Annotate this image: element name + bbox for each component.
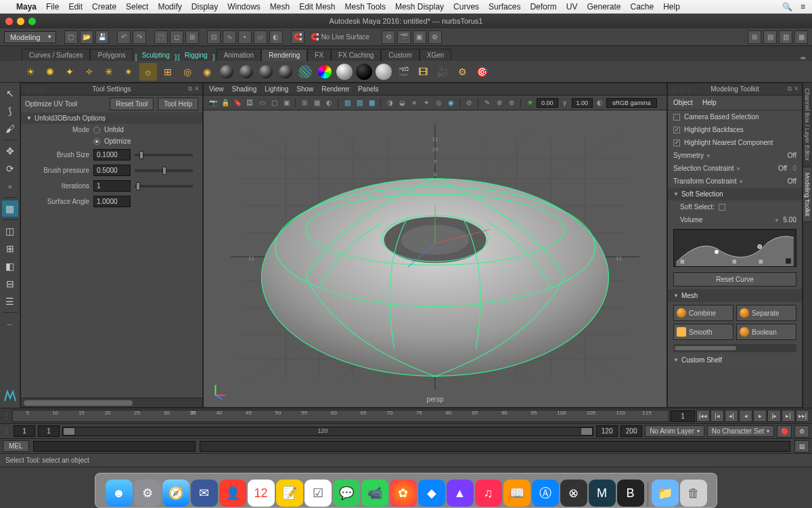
save-scene-icon[interactable]: 💾 [95, 30, 109, 44]
highlight-backfaces-checkbox[interactable]: ✓ [673, 127, 680, 133]
vp-menu-shading[interactable]: Shading [232, 85, 257, 93]
wireframe-icon[interactable]: ▦ [311, 98, 322, 108]
shelf-tab-custom[interactable]: Custom [381, 49, 419, 61]
undock-toolkit-icon[interactable]: ⧉ [788, 85, 792, 93]
go-to-end-button[interactable]: ▸▸| [796, 410, 809, 422]
downloads-icon[interactable]: 📁 [652, 480, 679, 507]
smooth-button[interactable]: Smooth [673, 324, 734, 340]
transform-constraint-row[interactable]: Transform Constraint ▼ Off [668, 175, 802, 188]
toolkit-menu-help[interactable]: Help [702, 99, 717, 106]
gamma-value[interactable]: 1.00 [572, 98, 593, 108]
menu-cache[interactable]: Cache [631, 2, 654, 12]
viewport-canvas[interactable]: 11109 871 234 579 11 11109 876 54 456 78… [204, 110, 667, 407]
script-editor-button[interactable]: ▤ [794, 440, 809, 452]
shelf-tab-rigging[interactable]: Rigging [182, 49, 210, 61]
snap-grid-icon[interactable]: ⊡ [207, 30, 221, 44]
menu-surfaces[interactable]: Surfaces [489, 2, 520, 12]
falloff-curve[interactable]: ⊠ ⊠ ⊠ [673, 229, 796, 267]
highlight-nearest-checkbox[interactable]: ✓ [673, 140, 680, 146]
textured-icon[interactable]: ▨ [354, 98, 365, 108]
vp-menu-show[interactable]: Show [296, 85, 313, 93]
render-grid-icon[interactable]: ⊞ [159, 63, 177, 81]
separate-button[interactable]: Separate [736, 305, 796, 321]
render-diagnostics-icon[interactable]: 🎯 [473, 63, 491, 81]
directional-light-icon[interactable]: ☀ [22, 63, 39, 81]
messages-icon[interactable]: 💬 [333, 480, 360, 507]
isolate-select-icon[interactable]: ⊘ [464, 98, 474, 108]
smooth-shade-icon[interactable]: ▧ [342, 98, 353, 108]
layered-shader-icon[interactable] [375, 63, 392, 81]
render-sequence-icon[interactable]: 🎥 [434, 63, 451, 81]
app2-icon[interactable]: ▲ [447, 480, 474, 507]
batch-render-icon[interactable]: 🎞 [414, 63, 432, 81]
calendar-icon[interactable]: 12 [248, 480, 275, 507]
menu-deform[interactable]: Deform [530, 2, 556, 12]
rotate-tool-icon[interactable]: ⟳ [2, 161, 18, 177]
command-input[interactable] [33, 441, 196, 452]
step-forward-button[interactable]: |▸ [767, 410, 781, 422]
make-live-icon[interactable]: 🧲 [291, 30, 304, 44]
system-prefs-icon[interactable]: ⚙ [134, 480, 161, 507]
lock-camera-icon[interactable]: 🔒 [220, 98, 231, 108]
exposure-value[interactable]: 0.00 [537, 98, 558, 108]
shelf-tab-curves[interactable]: Curves / Surfaces [22, 49, 90, 61]
zoom-window-button[interactable] [28, 18, 36, 25]
grid-toggle-icon[interactable]: ⊞ [299, 98, 310, 108]
scale-tool-icon[interactable]: ▫ [2, 178, 18, 194]
select-by-component-icon[interactable]: ⊞ [185, 30, 199, 44]
camera-based-checkbox[interactable] [673, 114, 680, 121]
single-pane-layout-icon[interactable]: ◫ [2, 223, 18, 239]
range-slider-track[interactable]: 120 [62, 427, 593, 436]
phong-icon[interactable] [257, 63, 275, 81]
move-tool-icon[interactable]: ✥ [2, 143, 18, 159]
bookmark-icon[interactable]: 🔖 [232, 98, 243, 108]
shelf-tab-rendering[interactable]: Rendering [261, 49, 307, 61]
tool-help-button[interactable]: Tool Help [158, 98, 198, 110]
unfold-options-section[interactable]: Unfold3DBrush Options [21, 112, 202, 124]
motion-blur-icon[interactable]: ∗ [409, 98, 420, 108]
paint-select-tool-icon[interactable]: 🖌 [2, 121, 18, 137]
ssao-icon[interactable]: ◒ [397, 98, 407, 108]
area-light-icon[interactable]: ✧ [81, 63, 98, 81]
selection-constraint-row[interactable]: Selection Constraint ▼ Off 0 [668, 162, 802, 175]
construction-history-icon[interactable]: ⟲ [382, 30, 395, 44]
shadows-icon[interactable]: ◑ [384, 98, 395, 108]
go-to-start-button[interactable]: |◂◂ [696, 410, 710, 422]
brush-size-slider[interactable] [135, 154, 193, 156]
boolean-button[interactable]: Boolean [736, 324, 796, 340]
channel-box-toggle-icon[interactable]: ▤ [763, 30, 777, 44]
anisotropic-icon[interactable] [296, 63, 314, 81]
mode-unfold-radio[interactable] [93, 127, 100, 133]
time-slider-track[interactable]: 5 10 15 20 25 30 35 40 45 50 55 60 65 70… [12, 410, 669, 422]
trash-icon[interactable]: 🗑 [680, 480, 707, 507]
four-pane-layout-icon[interactable]: ⊞ [2, 240, 18, 257]
appstore-icon[interactable]: Ⓐ [532, 480, 559, 507]
channel-box-tab[interactable]: Channel Box / Layer Editor [803, 83, 811, 167]
brush-pressure-slider[interactable] [135, 169, 193, 172]
select-tool-icon[interactable]: ↖ [2, 85, 18, 102]
render-frame-icon[interactable]: 🎬 [397, 30, 411, 44]
shelf-tab-animation[interactable]: Animation [217, 49, 261, 61]
toolkit-header[interactable]: ⋮⋮⋮ Modeling Toolkit ⧉✕ [668, 83, 802, 96]
step-back-key-button[interactable]: |◂ [710, 410, 724, 422]
auto-key-button[interactable]: 🔴 [777, 425, 792, 438]
contacts-icon[interactable]: 👤 [219, 480, 246, 507]
combine-button[interactable]: Combine [673, 305, 734, 321]
app4-icon[interactable]: B [617, 480, 644, 507]
snap-curve-icon[interactable]: ∿ [223, 30, 236, 44]
soft-select-checkbox[interactable] [719, 204, 725, 211]
iterations-slider[interactable] [135, 185, 193, 188]
reset-tool-button[interactable]: Reset Tool [110, 98, 154, 110]
attribute-editor-toggle-icon[interactable]: ▦ [794, 30, 808, 44]
snap-point-icon[interactable]: • [238, 30, 252, 44]
brush-size-input[interactable] [93, 149, 131, 161]
iterations-input[interactable] [93, 180, 131, 192]
xray-joints-icon[interactable]: ⊗ [494, 98, 505, 108]
spotlight-icon[interactable]: 🔍 [782, 2, 792, 12]
workspace-dropdown[interactable]: Modeling [4, 31, 56, 43]
reminders-icon[interactable]: ☑ [304, 480, 332, 507]
menu-help[interactable]: Help [663, 2, 680, 12]
menu-mesh[interactable]: Mesh [270, 2, 290, 12]
menu-extras-icon[interactable]: ≡ [800, 2, 805, 12]
surface-angle-input[interactable] [93, 196, 131, 207]
